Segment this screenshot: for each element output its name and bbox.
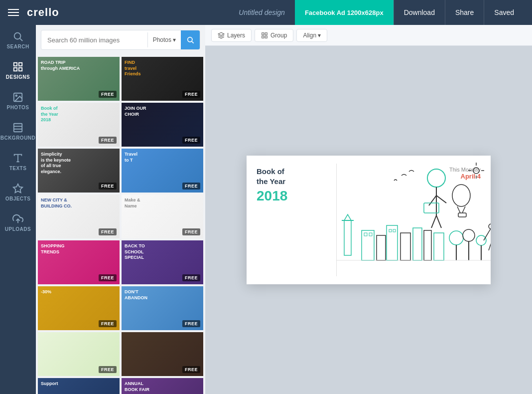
grid-item[interactable]: -30% FREE <box>38 286 120 330</box>
svg-rect-37 <box>413 228 422 260</box>
search-submit-button[interactable] <box>181 30 200 49</box>
grid-item[interactable]: DON'T ABANDON FREE <box>122 286 203 330</box>
svg-rect-5 <box>19 68 22 71</box>
svg-point-15 <box>188 37 192 42</box>
search-type-dropdown[interactable]: Photos ▾ <box>147 32 181 47</box>
sidebar-item-objects[interactable]: OBJECTS <box>0 177 36 207</box>
svg-point-42 <box>463 229 475 241</box>
logo: crello <box>27 6 59 19</box>
grid-item[interactable]: FIND travel Friends FREE <box>122 57 203 101</box>
svg-line-56 <box>489 243 491 250</box>
card-illustration <box>337 156 491 284</box>
grid-item[interactable]: Book of the Year 2018 FREE <box>38 103 120 147</box>
svg-point-7 <box>15 95 17 96</box>
image-grid: ROAD TRIP through AMERICA FREE FIND trav… <box>36 55 205 394</box>
search-type-label: Photos <box>153 36 171 43</box>
svg-line-1 <box>20 38 22 41</box>
svg-rect-49 <box>458 213 466 217</box>
share-button[interactable]: Share <box>445 0 484 25</box>
svg-point-58 <box>473 168 479 174</box>
grid-item[interactable]: Support FREE <box>38 378 120 394</box>
align-button[interactable]: Align ▾ <box>296 29 327 42</box>
svg-line-53 <box>484 228 491 240</box>
svg-rect-19 <box>265 32 267 34</box>
svg-line-25 <box>436 196 446 203</box>
svg-point-54 <box>489 224 491 229</box>
svg-rect-20 <box>262 36 264 38</box>
grid-item[interactable]: FREE <box>122 332 203 376</box>
nav-right: Untitled design Facebook Ad 1200x628px D… <box>229 0 524 25</box>
free-badge: FREE <box>182 366 200 373</box>
svg-point-44 <box>476 235 486 245</box>
svg-point-0 <box>14 33 21 39</box>
svg-rect-50 <box>344 220 351 255</box>
free-badge: FREE <box>182 274 200 281</box>
search-input[interactable] <box>41 32 147 48</box>
grid-item[interactable]: NEW CITY & BUILDING CO. FREE <box>38 195 120 238</box>
svg-rect-30 <box>364 233 367 236</box>
grid-item[interactable]: SHOPPING TRENDS FREE <box>38 240 120 284</box>
doc-format: Facebook Ad 1200x628px <box>295 0 394 25</box>
free-badge: FREE <box>99 137 117 144</box>
svg-rect-4 <box>14 68 17 71</box>
canvas-workspace[interactable]: Book of the Year 2018 This Monday April … <box>205 46 532 394</box>
align-label: Align ▾ <box>303 32 321 39</box>
svg-rect-36 <box>400 233 410 260</box>
grid-item[interactable]: ANNUAL BOOK FAIR FREE <box>122 378 203 394</box>
svg-rect-2 <box>14 63 17 66</box>
svg-rect-32 <box>377 235 386 260</box>
grid-item[interactable]: ROAD TRIP through AMERICA FREE <box>38 57 120 101</box>
sidebar-item-search[interactable]: SEARCH <box>0 25 36 55</box>
svg-line-27 <box>436 215 441 228</box>
grid-item[interactable]: Simplicity is the keynote of all true el… <box>38 149 120 193</box>
canvas-toolbar: Layers Group Align ▾ <box>205 25 532 46</box>
sidebar-item-background[interactable]: BCKGROUND <box>0 116 36 147</box>
svg-rect-21 <box>265 36 267 38</box>
doc-title[interactable]: Untitled design <box>229 8 295 16</box>
svg-line-26 <box>431 215 436 228</box>
svg-marker-13 <box>13 184 22 193</box>
left-panel: Photos ▾ ROAD TRIP through AMERICA FREE … <box>36 25 205 394</box>
free-badge: FREE <box>99 183 117 190</box>
grid-item[interactable]: Make & Name FREE <box>122 195 203 238</box>
svg-rect-18 <box>262 32 264 34</box>
saved-button[interactable]: Saved <box>484 0 524 25</box>
group-label: Group <box>270 32 287 39</box>
free-badge: FREE <box>182 183 200 190</box>
svg-line-16 <box>192 41 194 43</box>
sidebar: SEARCH DESIGNS PHOTOS BCKGROUND TEXTS <box>0 25 36 394</box>
hamburger-menu[interactable] <box>8 9 19 16</box>
svg-rect-31 <box>369 233 372 236</box>
free-badge: FREE <box>99 274 117 281</box>
download-button[interactable]: Download <box>394 0 445 25</box>
grid-item[interactable]: FREE <box>38 332 120 376</box>
sidebar-item-texts[interactable]: TEXTS <box>0 147 36 177</box>
sidebar-item-designs[interactable]: DESIGNS <box>0 55 36 86</box>
svg-line-48 <box>462 206 465 213</box>
design-canvas: Book of the Year 2018 This Monday April … <box>247 156 491 284</box>
grid-item[interactable]: BACK TO SCHOOL SPECIAL FREE <box>122 240 203 284</box>
nav-left: crello <box>8 6 59 19</box>
svg-rect-8 <box>14 124 22 132</box>
svg-point-22 <box>427 169 445 187</box>
dropdown-arrow-icon: ▾ <box>173 36 176 43</box>
sidebar-label-objects: OBJECTS <box>5 196 31 201</box>
grid-item[interactable]: JOIN OUR CHOIR FREE <box>122 103 203 147</box>
svg-rect-35 <box>393 229 396 232</box>
sidebar-label-background: BCKGROUND <box>0 135 36 141</box>
layers-button[interactable]: Layers <box>211 29 252 42</box>
free-badge: FREE <box>182 228 200 235</box>
svg-line-47 <box>457 206 460 213</box>
main-area: SEARCH DESIGNS PHOTOS BCKGROUND TEXTS <box>0 25 532 394</box>
sidebar-label-search: SEARCH <box>6 44 29 49</box>
search-bar-container: Photos ▾ <box>41 30 200 50</box>
free-badge: FREE <box>99 91 117 98</box>
group-button[interactable]: Group <box>255 29 293 42</box>
free-badge: FREE <box>99 228 117 235</box>
svg-rect-3 <box>19 63 22 66</box>
grid-item[interactable]: Travel to T FREE <box>122 149 203 193</box>
sidebar-item-uploads[interactable]: UPLOADS <box>0 207 36 238</box>
svg-marker-51 <box>344 214 351 220</box>
sidebar-item-photos[interactable]: PHOTOS <box>0 86 36 116</box>
svg-point-40 <box>449 231 463 245</box>
